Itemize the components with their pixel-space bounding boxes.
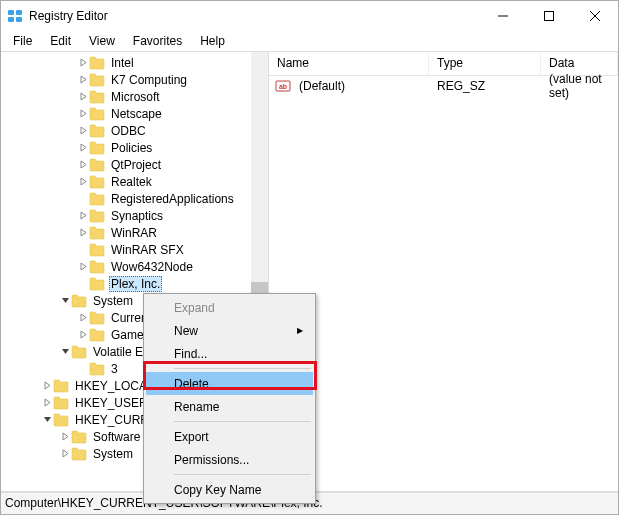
value-type: REG_SZ — [429, 79, 541, 93]
minimize-button[interactable] — [480, 1, 526, 31]
folder-icon — [53, 396, 69, 410]
tree-item-label: RegisteredApplications — [109, 192, 236, 206]
folder-icon — [89, 175, 105, 189]
menu-view[interactable]: View — [81, 32, 123, 50]
svg-text:ab: ab — [279, 83, 287, 90]
collapse-icon[interactable] — [41, 415, 53, 424]
expand-icon[interactable] — [77, 211, 89, 220]
maximize-button[interactable] — [526, 1, 572, 31]
tree-item[interactable]: Realtek — [1, 173, 268, 190]
tree-item[interactable]: QtProject — [1, 156, 268, 173]
context-menu: ExpandNew▶Find...DeleteRenameExportPermi… — [143, 293, 316, 504]
expand-icon[interactable] — [77, 58, 89, 67]
window-title: Registry Editor — [29, 9, 480, 23]
menu-favorites[interactable]: Favorites — [125, 32, 190, 50]
close-button[interactable] — [572, 1, 618, 31]
menu-item-expand: Expand — [146, 296, 313, 319]
collapse-icon[interactable] — [59, 296, 71, 305]
list-row[interactable]: ab (Default) REG_SZ (value not set) — [269, 76, 618, 96]
folder-icon — [89, 90, 105, 104]
folder-icon — [89, 362, 105, 376]
tree-item-label: K7 Computing — [109, 73, 189, 87]
menu-item-find[interactable]: Find... — [146, 342, 313, 365]
expand-icon[interactable] — [59, 432, 71, 441]
folder-icon — [89, 107, 105, 121]
folder-icon — [89, 311, 105, 325]
menu-separator — [174, 421, 311, 422]
menu-separator — [174, 368, 311, 369]
menu-item-rename[interactable]: Rename — [146, 395, 313, 418]
folder-icon — [89, 192, 105, 206]
menubar: File Edit View Favorites Help — [1, 31, 618, 51]
collapse-icon[interactable] — [59, 347, 71, 356]
expand-icon[interactable] — [77, 92, 89, 101]
tree-item-label: Synaptics — [109, 209, 165, 223]
tree-item[interactable]: Microsoft — [1, 88, 268, 105]
tree-item[interactable]: Plex, Inc. — [1, 275, 268, 292]
menu-separator — [174, 474, 311, 475]
expand-icon[interactable] — [41, 398, 53, 407]
folder-icon — [89, 124, 105, 138]
menu-item-copy-key-name[interactable]: Copy Key Name — [146, 478, 313, 501]
titlebar: Registry Editor — [1, 1, 618, 31]
tree-item[interactable]: Synaptics — [1, 207, 268, 224]
expand-icon[interactable] — [77, 330, 89, 339]
tree-item-label: Intel — [109, 56, 136, 70]
svg-rect-1 — [16, 10, 22, 15]
expand-icon[interactable] — [77, 228, 89, 237]
tree-item[interactable]: RegisteredApplications — [1, 190, 268, 207]
tree-item-label: System — [91, 294, 135, 308]
menu-item-delete[interactable]: Delete — [146, 372, 313, 395]
tree-item-label: WinRAR SFX — [109, 243, 186, 257]
tree-item-label: Microsoft — [109, 90, 162, 104]
menu-item-export[interactable]: Export — [146, 425, 313, 448]
list-pane[interactable]: Name Type Data ab (Default) REG_SZ (valu… — [269, 52, 618, 491]
tree-item[interactable]: Wow6432Node — [1, 258, 268, 275]
tree-item-label: 3 — [109, 362, 120, 376]
tree-item[interactable]: K7 Computing — [1, 71, 268, 88]
folder-icon — [89, 226, 105, 240]
col-header-name[interactable]: Name — [269, 52, 429, 75]
menu-help[interactable]: Help — [192, 32, 233, 50]
folder-icon — [89, 158, 105, 172]
expand-icon[interactable] — [59, 449, 71, 458]
tree-item-label: Netscape — [109, 107, 164, 121]
tree-item-label: WinRAR — [109, 226, 159, 240]
expand-icon[interactable] — [77, 109, 89, 118]
folder-icon — [89, 141, 105, 155]
expand-icon[interactable] — [77, 262, 89, 271]
svg-rect-5 — [545, 12, 554, 21]
menu-item-permissions[interactable]: Permissions... — [146, 448, 313, 471]
tree-item[interactable]: Netscape — [1, 105, 268, 122]
tree-item[interactable]: Intel — [1, 54, 268, 71]
folder-icon — [71, 430, 87, 444]
expand-icon[interactable] — [77, 126, 89, 135]
expand-icon[interactable] — [77, 75, 89, 84]
folder-icon — [89, 277, 105, 291]
tree-item-label: System — [91, 447, 135, 461]
svg-rect-3 — [16, 17, 22, 22]
tree-item[interactable]: ODBC — [1, 122, 268, 139]
menu-file[interactable]: File — [5, 32, 40, 50]
tree-item[interactable]: WinRAR — [1, 224, 268, 241]
tree-item-label: Software — [91, 430, 142, 444]
menu-edit[interactable]: Edit — [42, 32, 79, 50]
tree-item[interactable]: WinRAR SFX — [1, 241, 268, 258]
expand-icon[interactable] — [41, 381, 53, 390]
expand-icon[interactable] — [77, 143, 89, 152]
folder-icon — [89, 73, 105, 87]
folder-icon — [71, 294, 87, 308]
folder-icon — [89, 260, 105, 274]
tree-item-label: Policies — [109, 141, 154, 155]
svg-rect-2 — [8, 17, 14, 22]
tree-item[interactable]: Policies — [1, 139, 268, 156]
folder-icon — [89, 209, 105, 223]
window-controls — [480, 1, 618, 31]
expand-icon[interactable] — [77, 177, 89, 186]
value-data: (value not set) — [541, 72, 618, 100]
expand-icon[interactable] — [77, 160, 89, 169]
folder-icon — [53, 379, 69, 393]
menu-item-new[interactable]: New▶ — [146, 319, 313, 342]
expand-icon[interactable] — [77, 313, 89, 322]
col-header-type[interactable]: Type — [429, 52, 541, 75]
